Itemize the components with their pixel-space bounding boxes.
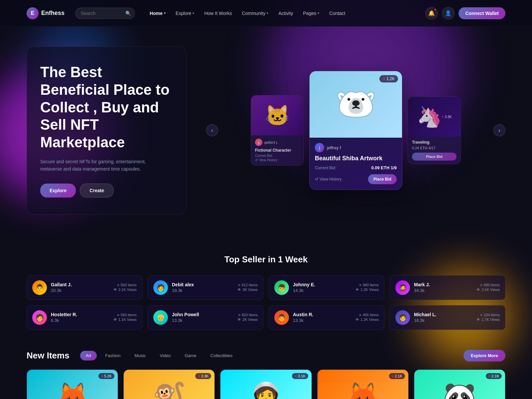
bid-value: 0.24 ETH 4/17 [412,146,457,150]
category-tab-art[interactable]: Art [80,351,97,360]
category-tab-video[interactable]: Video [154,351,176,360]
items-grid: 🦊 ♥ 5.2K 🐒 ♥ 3.3K 🧑‍🚀 ♥ 3.1K 🦊 ♥ 2.1K [27,369,505,399]
seller-name: John Powell [172,312,233,317]
connect-wallet-button[interactable]: Connect Wallet [459,7,505,19]
like-badge: ♥ 3.3K [442,115,452,119]
card-info: Traveling 0.24 ETH 4/17 Place Bid [408,137,461,164]
seller-name: Mark J. [414,282,472,287]
nft-image: 🐱 [251,95,304,135]
main-card-title: Beautiful Shiba Artwork [315,155,397,162]
seller-amount: 20.3k [51,288,109,293]
like-badge: ♥ 5.2K [98,373,114,379]
like-badge: ♥ 3.1K [292,373,308,379]
seller-card[interactable]: 🧔 Mark J. 34.3k ≡ 980 Items 👁 3.1K Views [390,275,505,300]
avatar: j [315,143,324,152]
seller-card[interactable]: 👴 John Powell 13.3k ≡ 820 Items 👁 2K Vie… [148,305,263,330]
card-user: g gallant j. [255,139,300,146]
username: jeffrey f [327,145,341,150]
view-history-button[interactable]: ↺ View History [315,177,341,182]
seller-stats: ≡ 612 Items 👁 3K Views [237,283,258,292]
items-stat: ≡ 456 Items [355,313,379,317]
nav-explore[interactable]: Explore ▾ [172,8,198,19]
explore-button[interactable]: Explore [40,184,76,198]
explore-more-button[interactable]: Explore More [464,350,505,361]
carousel-next-button[interactable]: › [493,124,505,136]
create-button[interactable]: Create [80,184,114,198]
logo-icon: E [27,7,39,19]
category-tab-game[interactable]: Game [179,351,202,360]
nav-community[interactable]: Community ▾ [238,8,272,19]
item-card[interactable]: 🐒 ♥ 3.3K [123,369,215,399]
seller-card[interactable]: 👨 Austin R. 13.3k ≡ 456 Items 👁 1.2K Vie… [269,305,384,330]
chevron-down-icon: ▾ [164,11,166,15]
nft-main-image: 🐻‍❄️ ♥ 1.2K [310,71,402,138]
nft-cards-container: 🐱 g gallant j. Fictional Character Curre… [234,71,477,190]
seller-amount: 6.3k [51,318,109,323]
user-profile-button[interactable]: 👤 [442,7,455,20]
notification-bell-button[interactable]: 🔔 [425,7,438,20]
seller-info: Johnny E. 14.3k [293,282,351,293]
views-stat: 👁 1.1K Views [113,318,137,322]
items-stat: ≡ 560 Items [113,313,137,317]
sellers-grid: 👨 Gallant J. 20.3k ≡ 560 Items 👁 2.1K Vi… [27,275,505,330]
avatar: 🧑 [32,310,47,325]
nav-how-it-works[interactable]: How It Works [200,8,236,19]
place-bid-button[interactable]: Place Bid [368,174,397,184]
item-card[interactable]: 🧑‍🚀 ♥ 3.1K [220,369,312,399]
item-card[interactable]: 🐼 ♥ 2.1K [414,369,505,399]
place-bid-button[interactable]: Place Bid [412,153,457,161]
chevron-down-icon: ▾ [193,11,194,15]
notification-badge [434,8,437,11]
avatar: 🧑 [153,280,168,295]
site-logo[interactable]: E Enfhess [27,7,65,19]
avatar: 👦 [274,280,289,295]
seller-card[interactable]: 🧑 Debit alex 19.3k ≡ 612 Items 👁 3K View… [148,275,263,300]
avatar: 👨 [274,310,289,325]
carousel-prev-button[interactable]: ‹ [206,124,218,136]
card-title: Fictional Character [255,148,300,153]
main-card-user: j jeffrey f [315,143,397,152]
nav-activity[interactable]: Activity [274,8,297,19]
new-items-header: New Items ArtFashionMusicVideoGameCollec… [27,350,505,361]
navbar: E Enfhess 🔍 Home ▾ Explore ▾ How It Work… [0,0,532,27]
nft-card-left: 🐱 g gallant j. Fictional Character Curre… [251,95,304,166]
seller-card[interactable]: 🧑 Hostetter R. 6.3k ≡ 560 Items 👁 1.1K V… [27,305,142,330]
items-stat: ≡ 560 Items [113,283,137,287]
site-name: Enfhess [41,10,65,17]
new-items-section: New Items ArtFashionMusicVideoGameCollec… [0,343,532,399]
avatar: 🧑 [395,310,410,325]
nav-contact[interactable]: Contact [325,8,349,19]
like-badge: ♥ 3.3K [195,373,211,379]
nft-card-right: 🦄 ♥ 3.3K Traveling 0.24 ETH 4/17 Place B… [408,96,461,164]
bid-value: 0.09 ETH 1/9 [371,165,397,170]
seller-info: Gallant J. 20.3k [51,282,109,293]
username: gallant j. [264,140,278,144]
seller-amount: 13.3k [293,318,351,323]
seller-card[interactable]: 👦 Johnny E. 14.3k ≡ 980 Items 👁 1.2K Vie… [269,275,384,300]
nft-carousel: ‹ 🐱 g gallant j. Fictional Character Cur… [206,70,505,190]
seller-amount: 13.3k [172,318,233,323]
items-stat: ≡ 980 Items [355,283,379,287]
seller-stats: ≡ 820 Items 👁 2K Views [237,313,258,322]
category-tab-music[interactable]: Music [129,351,151,360]
view-history-button[interactable]: ↺ View History [255,158,300,162]
hero-title: The Best Beneficial Place to Collect , B… [40,64,173,151]
seller-stats: ≡ 560 Items 👁 1.1K Views [113,313,137,322]
item-card[interactable]: 🦊 ♥ 5.2K [27,369,118,399]
item-card[interactable]: 🦊 ♥ 2.1K [317,369,409,399]
category-tab-collectibles[interactable]: Collectibles [205,351,238,360]
avatar: 👨 [32,280,47,295]
nav-home[interactable]: Home ▾ [146,8,170,19]
seller-card[interactable]: 🧑 Michael L. 18.3k ≡ 234 Items 👁 1.7K Vi… [390,305,505,330]
seller-name: Gallant J. [51,282,109,287]
card-title: Traveling [412,140,457,145]
seller-amount: 34.3k [414,288,472,293]
views-stat: 👁 3.1K Views [476,288,500,292]
category-tabs: ArtFashionMusicVideoGameCollectibles [80,351,464,360]
nav-links: Home ▾ Explore ▾ How It Works Community … [146,8,425,19]
seller-card[interactable]: 👨 Gallant J. 20.3k ≡ 560 Items 👁 2.1K Vi… [27,275,142,300]
nav-pages[interactable]: Pages ▾ [299,8,324,19]
category-tab-fashion[interactable]: Fashion [99,351,126,360]
nft-card-main: 🐻‍❄️ ♥ 1.2K j jeffrey f Beautiful Shiba … [309,71,402,190]
hero-subtitle: Secure and secret NFTs for gaming, enter… [40,158,153,173]
